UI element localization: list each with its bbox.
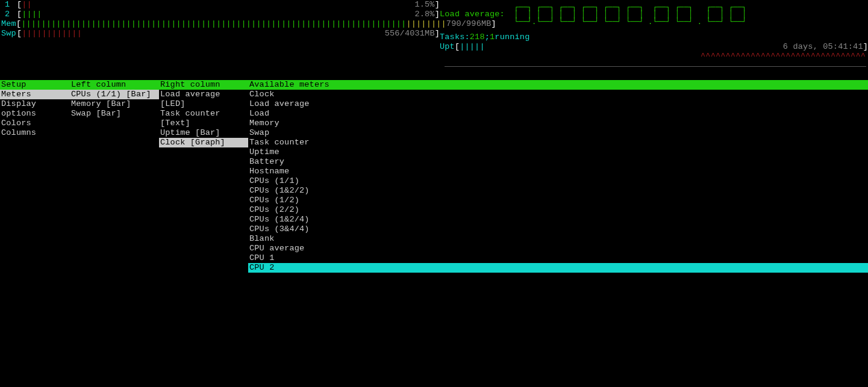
cpu2-meter: 2 [ |||| 2.8% ]	[0, 10, 440, 19]
load-led-graph: ┌──┐ ┌──┐ ┌──┐ ┌──┐ ┌──┐ ┌──┐ ┌──┐ ┌──┐ …	[510, 4, 747, 25]
mem-bar-green: ||||||||||||||||||||||||||||||||||||||||…	[21, 19, 406, 29]
setup-item[interactable]: Meters	[0, 90, 70, 99]
bracket-open: [	[17, 0, 22, 10]
uptime-label: Upt	[440, 42, 455, 52]
right-column-item[interactable]: Task counter [Text]	[159, 109, 248, 128]
uptime-value: 6 days, 05:41:41	[783, 42, 863, 52]
available-meter-item[interactable]: CPU 2	[248, 263, 868, 273]
available-meters-column: Available meters ClockLoad averageLoadMe…	[248, 80, 868, 273]
tasks-label: Tasks:	[440, 33, 470, 42]
swp-value: 556/4031MB	[385, 29, 435, 39]
available-meter-item[interactable]: CPUs (1&2/4)	[248, 215, 868, 224]
setup-item[interactable]: Columns	[0, 128, 70, 138]
left-column: Left column CPUs (1/1) [Bar]Memory [Bar]…	[70, 80, 159, 273]
cpu2-label: 2	[0, 10, 17, 19]
available-meter-item[interactable]: Battery	[248, 157, 868, 167]
left-column-item[interactable]: Memory [Bar]	[70, 99, 159, 109]
mem-meter: Mem [ ||||||||||||||||||||||||||||||||||…	[0, 19, 440, 29]
available-meter-item[interactable]: Hostname	[248, 167, 868, 176]
tasks-meter: Tasks: 218 ; 1 running	[440, 33, 868, 42]
uptime-meter: Upt [ ||||| 6 days, 05:41:41 ]	[440, 42, 868, 52]
cpu1-value: 1.5%	[414, 0, 434, 10]
available-meter-item[interactable]: Load average	[248, 99, 868, 109]
left-column-item[interactable]: Swap [Bar]	[70, 109, 159, 119]
setup-column: Setup MetersDisplay optionsColorsColumns	[0, 80, 70, 273]
available-meter-item[interactable]: Task counter	[248, 138, 868, 147]
mem-label: Mem	[0, 19, 16, 29]
uptime-bar: |||||	[460, 42, 485, 52]
available-meter-item[interactable]: CPUs (2/2)	[248, 205, 868, 215]
right-column-item[interactable]: Load average [LED]	[159, 90, 248, 109]
load-average-meter: Load average: ┌──┐ ┌──┐ ┌──┐ ┌──┐ ┌──┐ ┌…	[440, 0, 868, 29]
left-column-item[interactable]: CPUs (1/1) [Bar]	[70, 90, 159, 99]
cpu1-bar: ||	[22, 0, 32, 10]
right-column: Right column Load average [LED]Task coun…	[159, 80, 248, 273]
bracket-close: ]	[435, 0, 440, 10]
right-column-item[interactable]: Clock [Graph]	[159, 138, 248, 147]
available-meter-item[interactable]: Load	[248, 109, 868, 119]
load-label: Load average:	[440, 10, 505, 19]
setup-item[interactable]: Colors	[0, 119, 70, 128]
available-meters-header: Available meters	[248, 80, 868, 90]
available-meter-item[interactable]: Memory	[248, 119, 868, 128]
cpu2-value: 2.8%	[414, 10, 434, 19]
cpu1-label: 1	[0, 0, 17, 10]
available-meter-item[interactable]: CPU 1	[248, 253, 868, 263]
tasks-running: 1	[490, 33, 495, 42]
available-meter-item[interactable]: Uptime	[248, 147, 868, 157]
tasks-count: 218	[470, 33, 485, 42]
available-meter-item[interactable]: CPU average	[248, 244, 868, 253]
setup-header: Setup	[0, 80, 70, 90]
swp-meter: Swp [ |||||||||||| 556/4031MB ]	[0, 29, 440, 39]
swp-bar: ||||||||||||	[22, 29, 82, 39]
available-meter-item[interactable]: Clock	[248, 90, 868, 99]
separator-line	[445, 66, 866, 67]
available-meter-item[interactable]: CPUs (1/2)	[248, 196, 868, 205]
clock-graph: ^^^^^^^^^^^^^^^^^^^^^^^^^^^^^^^^^	[440, 52, 868, 61]
swp-label: Swp	[0, 29, 17, 39]
available-meter-item[interactable]: CPUs (1/1)	[248, 176, 868, 186]
right-column-header: Right column	[159, 80, 248, 90]
left-column-header: Left column	[70, 80, 159, 90]
cpu1-meter: 1 [ || 1.5% ]	[0, 0, 440, 10]
setup-item[interactable]: Display options	[0, 99, 70, 119]
available-meter-item[interactable]: CPUs (3&4/4)	[248, 224, 868, 234]
right-column-item[interactable]: Uptime [Bar]	[159, 128, 248, 138]
available-meter-item[interactable]: Blank	[248, 234, 868, 244]
available-meter-item[interactable]: CPUs (1&2/2)	[248, 186, 868, 196]
cpu2-bar: ||||	[22, 10, 42, 19]
available-meter-item[interactable]: Swap	[248, 128, 868, 138]
